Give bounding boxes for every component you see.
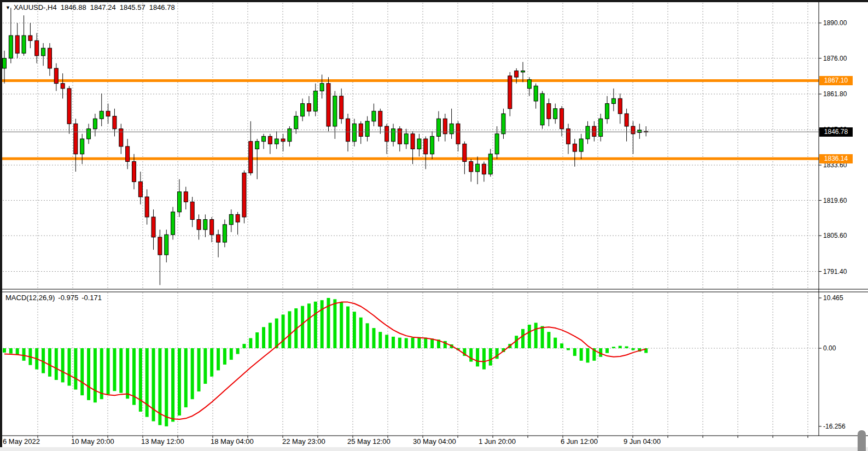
current-price-tag: 1846.78 — [819, 127, 853, 137]
price-axis-label: 1819.60 — [823, 197, 847, 204]
macd-main-value: -0.975 — [58, 294, 78, 302]
panel-divider[interactable] — [2, 289, 868, 292]
close-value: 1846.78 — [149, 3, 175, 11]
window-bottom-strip — [0, 447, 868, 451]
time-axis-label: 9 Jun 04:00 — [624, 437, 661, 446]
macd-axis-label: 0.00 — [823, 344, 836, 352]
time-axis-label: 1 Jun 20:00 — [479, 437, 516, 446]
resistance-price-tag: 1867.10 — [819, 76, 853, 85]
time-axis-label: 10 May 20:00 — [71, 437, 114, 446]
macd-indicator-label: MACD(12,26,9)-0.975-0.171 — [5, 294, 105, 302]
time-axis-label: 30 May 04:00 — [413, 437, 456, 446]
chart-canvas[interactable] — [0, 0, 868, 451]
chart-title: ▼XAUUSD-,H41846.881847.241845.571846.78 — [5, 3, 179, 11]
time-axis-label: 6 Jun 12:00 — [561, 437, 598, 446]
low-value: 1845.57 — [120, 3, 145, 11]
open-value: 1846.88 — [61, 3, 86, 11]
macd-axis-label: -16.256 — [823, 423, 846, 430]
expand-indicator-icon[interactable]: ▼ — [5, 5, 10, 10]
macd-signal-value: -0.171 — [81, 294, 102, 302]
macd-axis-label: 10.465 — [823, 294, 843, 302]
price-axis-label: 1805.60 — [823, 232, 847, 239]
time-axis-label: 25 May 12:00 — [347, 437, 391, 446]
support-price-tag: 1836.14 — [819, 154, 853, 163]
price-axis-label: 1890.00 — [823, 19, 847, 27]
time-axis-label: 6 May 2022 — [3, 437, 40, 446]
symbol-period-label: XAUUSD-,H4 — [14, 3, 57, 11]
price-axis-label: 1861.80 — [823, 90, 847, 98]
time-axis-label: 18 May 04:00 — [211, 437, 254, 446]
price-axis-label: 1791.40 — [823, 268, 847, 276]
price-axis-label: 1876.00 — [823, 55, 847, 62]
time-axis-label: 13 May 12:00 — [141, 437, 184, 446]
scrollbar-thumb[interactable] — [858, 430, 866, 451]
high-value: 1847.24 — [90, 3, 116, 11]
mt4-chart-window: ▼XAUUSD-,H41846.881847.241845.571846.78 … — [0, 0, 868, 451]
macd-name: MACD(12,26,9) — [5, 294, 55, 302]
time-axis-label: 22 May 23:00 — [282, 437, 325, 446]
